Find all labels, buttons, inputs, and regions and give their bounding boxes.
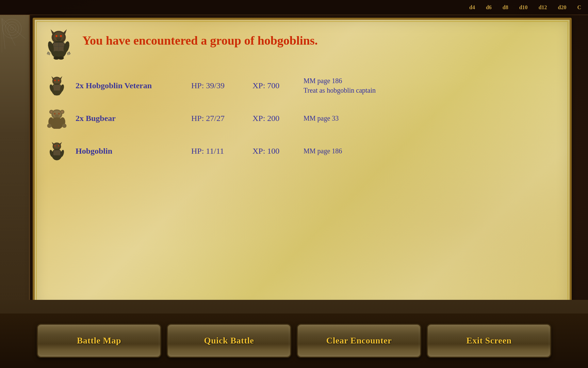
svg-point-42 bbox=[58, 113, 60, 114]
hobgoblin-icon bbox=[45, 139, 69, 163]
encounter-title: You have encountered a group of hobgobli… bbox=[82, 27, 318, 48]
svg-marker-15 bbox=[50, 29, 54, 34]
creature-xp-hobgoblin-veteran: XP: 700 bbox=[252, 81, 297, 90]
left-sidebar bbox=[0, 15, 30, 313]
creature-note-bugbear: MM page 33 bbox=[304, 113, 339, 123]
dice-d20[interactable]: d20 bbox=[558, 4, 567, 11]
creature-note-hobgoblin-veteran: MM page 186 Treat as hobgoblin captain bbox=[304, 76, 376, 95]
svg-rect-64 bbox=[57, 155, 60, 159]
svg-line-2 bbox=[2, 18, 5, 49]
svg-point-12 bbox=[56, 35, 57, 36]
bugbear-sprite bbox=[46, 108, 67, 129]
svg-rect-37 bbox=[54, 91, 56, 95]
dice-d4[interactable]: d4 bbox=[469, 4, 475, 11]
svg-point-51 bbox=[47, 124, 51, 128]
svg-point-13 bbox=[60, 35, 61, 36]
cobweb-decoration bbox=[2, 18, 26, 87]
creature-note-hobgoblin: MM page 186 bbox=[304, 146, 342, 156]
creature-hp-hobgoblin: HP: 11/11 bbox=[191, 147, 246, 156]
svg-rect-34 bbox=[53, 85, 61, 91]
svg-point-46 bbox=[61, 111, 63, 113]
creature-row-bugbear: 2x Bugbear HP: 27/27 XP: 200 MM page 33 bbox=[45, 104, 559, 133]
svg-point-30 bbox=[58, 80, 59, 81]
encounter-header: You have encountered a group of hobgobli… bbox=[35, 20, 570, 64]
creature-name-bugbear: 2x Bugbear bbox=[76, 114, 184, 123]
svg-point-56 bbox=[58, 145, 60, 147]
svg-point-47 bbox=[55, 114, 59, 117]
svg-point-41 bbox=[54, 113, 55, 114]
quick-battle-button[interactable]: Quick Battle bbox=[167, 324, 291, 358]
svg-point-6 bbox=[8, 25, 16, 33]
top-dice-bar: d4 d6 d8 d10 d12 d20 C bbox=[0, 0, 588, 15]
svg-point-7 bbox=[10, 27, 14, 30]
parchment-panel: You have encountered a group of hobgobli… bbox=[33, 18, 572, 311]
svg-line-1 bbox=[2, 18, 15, 46]
dice-d8[interactable]: d8 bbox=[503, 4, 508, 11]
svg-marker-57 bbox=[52, 142, 55, 144]
svg-marker-31 bbox=[51, 76, 54, 79]
creature-name-hobgoblin: Hobgoblin bbox=[76, 147, 184, 156]
exit-screen-button[interactable]: Exit Screen bbox=[427, 324, 551, 358]
hobgoblin-veteran-sprite bbox=[46, 75, 67, 96]
hobgoblin-veteran-icon bbox=[45, 74, 69, 97]
creature-hp-hobgoblin-veteran: HP: 39/39 bbox=[191, 81, 246, 90]
quick-battle-label: Quick Battle bbox=[204, 336, 254, 346]
dice-d6[interactable]: d6 bbox=[486, 4, 492, 11]
svg-rect-60 bbox=[53, 150, 60, 155]
svg-point-5 bbox=[5, 22, 19, 35]
dice-d10[interactable]: d10 bbox=[519, 4, 528, 11]
svg-point-29 bbox=[54, 80, 55, 81]
creature-hp-bugbear: HP: 27/27 bbox=[191, 114, 246, 123]
dice-d12[interactable]: d12 bbox=[539, 4, 547, 11]
svg-point-55 bbox=[54, 145, 56, 147]
svg-marker-58 bbox=[59, 142, 62, 144]
creature-xp-hobgoblin: XP: 100 bbox=[252, 147, 297, 156]
svg-marker-32 bbox=[59, 76, 62, 79]
creature-row-hobgoblin-veteran: 2x Hobgoblin Veteran HP: 39/39 XP: 700 M… bbox=[45, 71, 559, 100]
clear-encounter-button[interactable]: Clear Encounter bbox=[297, 324, 421, 358]
battle-map-label: Battle Map bbox=[77, 336, 121, 346]
dice-custom[interactable]: C bbox=[577, 4, 581, 11]
svg-marker-16 bbox=[62, 29, 66, 34]
creature-name-hobgoblin-veteran: 2x Hobgoblin Veteran bbox=[76, 81, 184, 90]
svg-rect-63 bbox=[54, 155, 56, 159]
bottom-button-bar: Battle Map Quick Battle Clear Encounter … bbox=[0, 313, 588, 368]
exit-screen-label: Exit Screen bbox=[467, 336, 512, 346]
main-content-area: You have encountered a group of hobgobli… bbox=[30, 15, 574, 313]
creature-xp-bugbear: XP: 200 bbox=[252, 114, 297, 123]
bugbear-icon bbox=[45, 106, 69, 130]
creature-row-hobgoblin: Hobgoblin HP: 11/11 XP: 100 MM page 186 bbox=[45, 136, 559, 166]
main-creature-icon bbox=[42, 27, 76, 61]
creatures-list: 2x Hobgoblin Veteran HP: 39/39 XP: 700 M… bbox=[35, 64, 570, 172]
svg-point-45 bbox=[50, 111, 53, 113]
clear-encounter-label: Clear Encounter bbox=[326, 336, 392, 346]
hobgoblin-main-icon bbox=[43, 28, 75, 60]
svg-point-26 bbox=[58, 56, 64, 60]
hobgoblin-sprite bbox=[46, 140, 67, 162]
svg-rect-38 bbox=[57, 91, 60, 95]
svg-point-52 bbox=[62, 124, 66, 128]
battle-map-button[interactable]: Battle Map bbox=[37, 324, 161, 358]
